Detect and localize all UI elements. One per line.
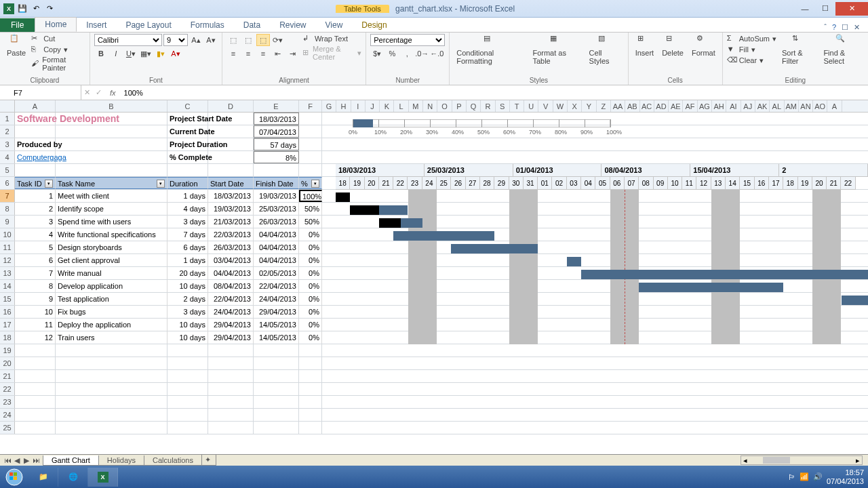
- tab-page-layout[interactable]: Page Layout: [116, 18, 180, 32]
- cell[interactable]: [167, 370, 208, 382]
- decrease-decimal-icon[interactable]: ←.0: [430, 47, 443, 60]
- cell[interactable]: 04/04/2013: [254, 228, 299, 241]
- cell[interactable]: 29/04/2013: [208, 319, 254, 331]
- cell[interactable]: 0%: [299, 228, 322, 241]
- cell[interactable]: 22/04/2013: [208, 293, 254, 305]
- delete-cells-button[interactable]: ⊟Delete: [659, 34, 686, 57]
- column-header[interactable]: A: [15, 100, 56, 112]
- filter-icon[interactable]: ▾: [157, 180, 165, 188]
- cell[interactable]: Identify scope: [56, 203, 167, 215]
- maximize-button[interactable]: ☐: [815, 2, 835, 16]
- paste-button[interactable]: 📋Paste: [4, 34, 28, 57]
- column-header[interactable]: H: [336, 100, 351, 112]
- cell[interactable]: 10: [15, 306, 56, 318]
- column-header[interactable]: U: [524, 100, 538, 112]
- row-header[interactable]: 2: [0, 125, 15, 138]
- copy-button[interactable]: ⎘Copy▾: [31, 45, 85, 54]
- tab-design[interactable]: Design: [352, 18, 396, 32]
- cell[interactable]: Project Start Date: [167, 113, 208, 125]
- cell[interactable]: Software Development: [15, 113, 56, 125]
- column-header[interactable]: X: [568, 100, 582, 112]
- cell[interactable]: Develop application: [56, 280, 167, 292]
- cell[interactable]: 14/05/2013: [254, 319, 299, 331]
- tab-formulas[interactable]: Formulas: [181, 18, 234, 32]
- row-header[interactable]: 14: [0, 280, 15, 292]
- cut-button[interactable]: ✂Cut: [31, 34, 85, 43]
- column-header[interactable]: AI: [726, 100, 741, 112]
- percent-icon[interactable]: %: [385, 47, 399, 60]
- cell[interactable]: 7 days: [167, 228, 208, 241]
- column-header[interactable]: O: [437, 100, 452, 112]
- new-sheet-button[interactable]: ✦: [201, 455, 216, 466]
- cell[interactable]: [56, 344, 167, 357]
- border-button[interactable]: ▦▾: [139, 47, 153, 60]
- find-select-button[interactable]: 🔍Find & Select: [821, 34, 864, 65]
- cell[interactable]: %▾: [299, 177, 322, 189]
- column-header[interactable]: AK: [755, 100, 770, 112]
- cell[interactable]: 7: [15, 267, 56, 279]
- cell[interactable]: 5: [15, 241, 56, 253]
- align-right-icon[interactable]: ≡: [256, 47, 270, 60]
- row-header[interactable]: 8: [0, 203, 15, 215]
- cell[interactable]: [299, 383, 322, 395]
- cell[interactable]: 25/03/2013: [254, 203, 299, 215]
- cell[interactable]: 12: [15, 331, 56, 344]
- column-header[interactable]: Q: [467, 100, 481, 112]
- cell[interactable]: [208, 125, 254, 138]
- cell[interactable]: Spend time with users: [56, 216, 167, 228]
- column-header[interactable]: P: [452, 100, 467, 112]
- increase-decimal-icon[interactable]: .0→: [415, 47, 429, 60]
- column-header[interactable]: C: [167, 100, 208, 112]
- cell[interactable]: [56, 409, 167, 421]
- cell[interactable]: [15, 164, 56, 176]
- sheet-nav-first-icon[interactable]: ⏮: [3, 456, 12, 465]
- cell[interactable]: Fix bugs: [56, 306, 167, 318]
- cell[interactable]: [167, 409, 208, 421]
- cell[interactable]: 07/04/2013: [254, 125, 299, 138]
- tab-data[interactable]: Data: [234, 18, 270, 32]
- filter-icon[interactable]: ▾: [45, 180, 53, 188]
- cell[interactable]: 0%: [299, 293, 322, 305]
- row-header[interactable]: 12: [0, 254, 15, 266]
- autosum-button[interactable]: ΣAutoSum▾: [727, 34, 776, 43]
- cell[interactable]: [299, 344, 322, 357]
- cell[interactable]: 04/04/2013: [254, 241, 299, 253]
- number-format-combo[interactable]: Percentage: [370, 34, 445, 46]
- cell[interactable]: [208, 422, 254, 434]
- tab-review[interactable]: Review: [270, 18, 315, 32]
- cell[interactable]: Test application: [56, 293, 167, 305]
- cell[interactable]: 2 days: [167, 293, 208, 305]
- cell[interactable]: [208, 370, 254, 382]
- cell[interactable]: Produced by: [15, 138, 56, 150]
- cell[interactable]: Meet with client: [56, 190, 167, 202]
- cell[interactable]: [208, 151, 254, 163]
- cell[interactable]: 2: [15, 203, 56, 215]
- row-header[interactable]: 10: [0, 228, 15, 241]
- cell[interactable]: [56, 138, 167, 150]
- cell[interactable]: Start Date▾: [208, 177, 254, 189]
- insert-cells-button[interactable]: ⊞Insert: [633, 34, 657, 57]
- tray-flag-icon[interactable]: 🏳: [788, 473, 795, 481]
- row-header[interactable]: 17: [0, 319, 15, 331]
- cell[interactable]: [208, 113, 254, 125]
- cell[interactable]: [15, 125, 56, 138]
- cell[interactable]: 4 days: [167, 203, 208, 215]
- minimize-button[interactable]: —: [795, 2, 815, 16]
- formula-input[interactable]: 100%: [121, 89, 868, 97]
- column-header[interactable]: D: [208, 100, 254, 112]
- cell[interactable]: Train users: [56, 331, 167, 344]
- cell[interactable]: [299, 396, 322, 408]
- cell[interactable]: 0%: [299, 319, 322, 331]
- row-header[interactable]: 22: [0, 383, 15, 395]
- cell[interactable]: [56, 370, 167, 382]
- cell[interactable]: 14/05/2013: [254, 331, 299, 344]
- column-header[interactable]: AG: [698, 100, 712, 112]
- cell[interactable]: [15, 344, 56, 357]
- cell[interactable]: [167, 422, 208, 434]
- cell[interactable]: 04/04/2013: [254, 254, 299, 266]
- cell[interactable]: [299, 138, 322, 150]
- column-header[interactable]: AD: [654, 100, 669, 112]
- cell[interactable]: [167, 396, 208, 408]
- row-header[interactable]: 3: [0, 138, 15, 150]
- row-header[interactable]: 21: [0, 370, 15, 382]
